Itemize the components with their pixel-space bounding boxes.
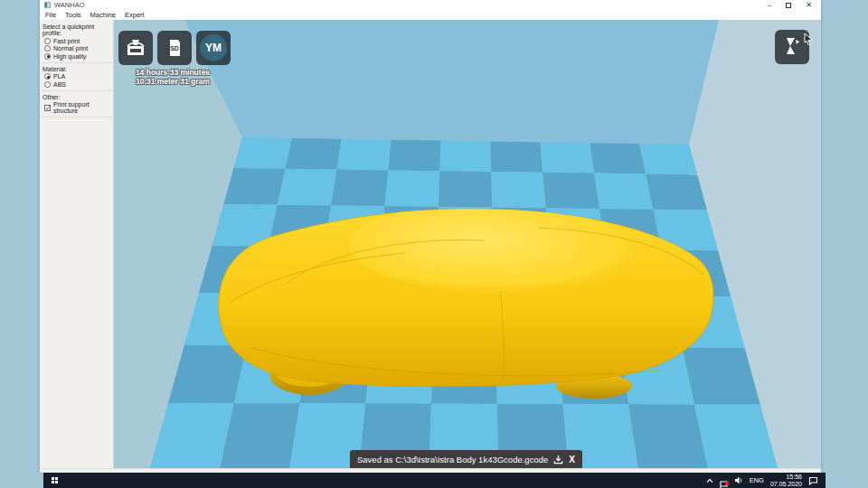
youmagine-icon: YM [200,34,227,61]
saved-notification: Saved as C:\3d\Istra\Istra Body 1k43Gcod… [350,450,582,468]
viewport-toolbar: SD YM [118,31,231,65]
menu-file[interactable]: File [45,11,56,19]
menu-machine[interactable]: Machine [90,11,116,19]
checkbox-label: Print support structure [53,101,113,114]
share-youmagine-button[interactable]: YM [196,31,231,65]
taskbar-clock[interactable]: 15:56 07.05.2020 [770,474,802,487]
app-icon [44,2,51,8]
3d-viewport[interactable]: SD YM 14 hours 33 minutes 10.31 meter 31… [114,20,821,468]
checkbox-print-support[interactable] [44,105,51,111]
material-option-pla[interactable]: PLA [44,73,113,80]
profile-option-fast[interactable]: Fast print [44,38,113,44]
titlebar: WANHAO – ✕ [40,0,821,10]
settings-sidebar: Select a quickprint profile: Fast print … [40,20,114,468]
separator [40,117,113,117]
maximize-button[interactable] [786,3,791,8]
language-indicator[interactable]: ENG [750,476,764,484]
profile-section-label: Select a quickprint profile: [42,23,113,36]
radio-high-quality[interactable] [44,53,51,60]
print-statistics: 14 hours 33 minutes 10.31 meter 31 gram [114,68,231,86]
material-option-abs[interactable]: ABS [44,81,113,88]
minimize-button[interactable]: – [768,2,771,9]
separator [40,62,113,63]
application-window: WANHAO – ✕ File Tools Machine Expert Sel… [40,0,821,473]
material-section-label: Material: [42,66,113,72]
profile-option-high[interactable]: High quality [44,53,113,60]
radio-fast-print[interactable] [44,38,51,44]
menubar: File Tools Machine Expert [40,10,821,20]
printer-icon [125,37,146,59]
sd-card-icon: SD [164,37,185,59]
save-toolpath-button[interactable] [118,31,153,65]
saved-notification-text: Saved as C:\3d\Istra\Istra Body 1k43Gcod… [357,455,548,465]
mouse-cursor [803,33,814,45]
system-tray: ENG 15:56 07.05.2020 [706,474,826,487]
menu-expert[interactable]: Expert [125,11,145,19]
radio-label: Fast print [53,38,80,44]
clock-time: 15:56 [770,474,802,481]
radio-pla[interactable] [44,73,51,80]
start-button[interactable] [52,477,58,483]
youmagine-label: YM [205,42,222,54]
open-saved-file-icon[interactable] [553,455,563,465]
print-time: 14 hours 33 minutes [114,68,231,77]
radio-label: High quality [53,53,87,60]
svg-text:SD: SD [170,45,179,52]
alert-badge [725,482,729,485]
view-mode-icon [781,36,803,58]
profile-option-normal[interactable]: Normal print [44,45,113,52]
radio-label: ABS [53,81,66,88]
security-flag-icon[interactable] [720,476,728,484]
radio-label: PLA [53,73,65,80]
3d-scene [114,20,821,468]
tray-chevron-icon[interactable] [706,478,713,483]
clock-date: 07.05.2020 [770,481,802,488]
notification-close-button[interactable]: X [569,455,575,465]
radio-normal-print[interactable] [44,45,51,52]
windows-taskbar: ENG 15:56 07.05.2020 [43,473,826,488]
radio-label: Normal print [53,45,88,52]
window-title: WANHAO [54,1,768,9]
radio-abs[interactable] [44,81,51,88]
menu-tools[interactable]: Tools [65,11,81,19]
print-material: 10.31 meter 31 gram [114,77,231,86]
separator [40,90,113,91]
save-to-sd-button[interactable]: SD [157,31,192,65]
action-center-icon[interactable] [808,476,818,485]
other-section-label: Other: [42,94,113,100]
support-option[interactable]: Print support structure [44,101,113,114]
close-button[interactable]: ✕ [806,2,812,9]
volume-icon[interactable] [734,476,743,484]
